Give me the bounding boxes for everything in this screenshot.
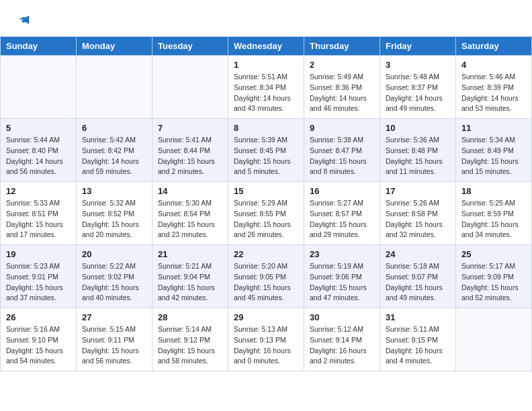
day-number: 5 [6, 123, 71, 133]
day-info: Sunrise: 5:46 AM Sunset: 8:39 PM Dayligh… [461, 72, 526, 114]
day-number: 17 [386, 186, 450, 196]
header-sunday: Sunday [1, 37, 77, 56]
calendar-cell: 23Sunrise: 5:19 AM Sunset: 9:06 PM Dayli… [304, 245, 380, 308]
calendar-cell [152, 56, 228, 119]
day-number: 20 [82, 249, 146, 259]
calendar-cell: 26Sunrise: 5:16 AM Sunset: 9:10 PM Dayli… [1, 308, 77, 371]
day-info: Sunrise: 5:42 AM Sunset: 8:42 PM Dayligh… [82, 135, 146, 177]
calendar-cell: 5Sunrise: 5:44 AM Sunset: 8:40 PM Daylig… [1, 119, 77, 182]
day-number: 9 [310, 123, 374, 133]
day-number: 13 [82, 186, 146, 196]
day-info: Sunrise: 5:11 AM Sunset: 9:15 PM Dayligh… [386, 324, 450, 367]
day-number: 14 [158, 186, 222, 196]
day-info: Sunrise: 5:19 AM Sunset: 9:06 PM Dayligh… [310, 261, 374, 304]
day-info: Sunrise: 5:34 AM Sunset: 8:49 PM Dayligh… [461, 135, 526, 177]
day-info: Sunrise: 5:26 AM Sunset: 8:58 PM Dayligh… [386, 198, 450, 240]
day-info: Sunrise: 5:36 AM Sunset: 8:48 PM Dayligh… [386, 135, 450, 177]
day-info: Sunrise: 5:13 AM Sunset: 9:13 PM Dayligh… [234, 324, 298, 367]
week-row-1: 1Sunrise: 5:51 AM Sunset: 8:34 PM Daylig… [1, 56, 532, 119]
day-number: 22 [234, 249, 298, 259]
calendar-cell [456, 308, 532, 371]
calendar-cell: 16Sunrise: 5:27 AM Sunset: 8:57 PM Dayli… [304, 182, 380, 245]
calendar-cell: 11Sunrise: 5:34 AM Sunset: 8:49 PM Dayli… [456, 119, 532, 182]
calendar-cell: 19Sunrise: 5:23 AM Sunset: 9:01 PM Dayli… [1, 245, 77, 308]
day-info: Sunrise: 5:18 AM Sunset: 9:07 PM Dayligh… [386, 261, 450, 304]
day-info: Sunrise: 5:17 AM Sunset: 9:09 PM Dayligh… [461, 261, 526, 304]
day-info: Sunrise: 5:14 AM Sunset: 9:12 PM Dayligh… [158, 324, 222, 367]
calendar-cell: 10Sunrise: 5:36 AM Sunset: 8:48 PM Dayli… [380, 119, 456, 182]
day-number: 4 [461, 60, 526, 70]
header-monday: Monday [77, 37, 152, 56]
day-number: 21 [158, 249, 222, 259]
day-number: 29 [234, 312, 298, 322]
calendar-cell: 28Sunrise: 5:14 AM Sunset: 9:12 PM Dayli… [152, 308, 228, 371]
day-number: 28 [158, 312, 222, 322]
day-info: Sunrise: 5:32 AM Sunset: 8:52 PM Dayligh… [82, 198, 146, 240]
day-info: Sunrise: 5:29 AM Sunset: 8:55 PM Dayligh… [234, 198, 298, 240]
day-number: 11 [461, 123, 526, 133]
calendar-cell: 6Sunrise: 5:42 AM Sunset: 8:42 PM Daylig… [77, 119, 152, 182]
calendar-cell: 9Sunrise: 5:38 AM Sunset: 8:47 PM Daylig… [304, 119, 380, 182]
calendar-cell: 31Sunrise: 5:11 AM Sunset: 9:15 PM Dayli… [380, 308, 456, 371]
calendar-cell [1, 56, 77, 119]
day-info: Sunrise: 5:21 AM Sunset: 9:04 PM Dayligh… [158, 261, 222, 304]
day-number: 12 [6, 186, 71, 196]
calendar-cell: 14Sunrise: 5:30 AM Sunset: 8:54 PM Dayli… [152, 182, 228, 245]
calendar-cell: 25Sunrise: 5:17 AM Sunset: 9:09 PM Dayli… [456, 245, 532, 308]
calendar-cell: 18Sunrise: 5:25 AM Sunset: 8:59 PM Dayli… [456, 182, 532, 245]
header-tuesday: Tuesday [152, 37, 228, 56]
day-number: 10 [386, 123, 450, 133]
day-info: Sunrise: 5:51 AM Sunset: 8:34 PM Dayligh… [234, 72, 298, 114]
day-number: 27 [82, 312, 146, 322]
calendar-cell: 2Sunrise: 5:49 AM Sunset: 8:36 PM Daylig… [304, 56, 380, 119]
header-wednesday: Wednesday [228, 37, 304, 56]
day-number: 23 [310, 249, 374, 259]
day-info: Sunrise: 5:23 AM Sunset: 9:01 PM Dayligh… [6, 261, 71, 304]
day-info: Sunrise: 5:12 AM Sunset: 9:14 PM Dayligh… [310, 324, 374, 367]
day-number: 30 [310, 312, 374, 322]
header-friday: Friday [380, 37, 456, 56]
calendar-cell: 17Sunrise: 5:26 AM Sunset: 8:58 PM Dayli… [380, 182, 456, 245]
day-info: Sunrise: 5:33 AM Sunset: 8:51 PM Dayligh… [6, 198, 71, 240]
day-info: Sunrise: 5:49 AM Sunset: 8:36 PM Dayligh… [310, 72, 374, 114]
calendar-cell: 22Sunrise: 5:20 AM Sunset: 9:05 PM Dayli… [228, 245, 304, 308]
calendar-cell: 29Sunrise: 5:13 AM Sunset: 9:13 PM Dayli… [228, 308, 304, 371]
day-info: Sunrise: 5:38 AM Sunset: 8:47 PM Dayligh… [310, 135, 374, 177]
calendar-cell: 8Sunrise: 5:39 AM Sunset: 8:45 PM Daylig… [228, 119, 304, 182]
day-number: 8 [234, 123, 298, 133]
day-number: 6 [82, 123, 146, 133]
calendar-cell: 13Sunrise: 5:32 AM Sunset: 8:52 PM Dayli… [77, 182, 152, 245]
calendar-cell: 21Sunrise: 5:21 AM Sunset: 9:04 PM Dayli… [152, 245, 228, 308]
day-number: 24 [386, 249, 450, 259]
day-number: 7 [158, 123, 222, 133]
day-number: 25 [461, 249, 526, 259]
day-info: Sunrise: 5:48 AM Sunset: 8:37 PM Dayligh… [386, 72, 450, 114]
day-info: Sunrise: 5:30 AM Sunset: 8:54 PM Dayligh… [158, 198, 222, 240]
day-info: Sunrise: 5:27 AM Sunset: 8:57 PM Dayligh… [310, 198, 374, 240]
day-info: Sunrise: 5:22 AM Sunset: 9:02 PM Dayligh… [82, 261, 146, 304]
calendar-cell: 12Sunrise: 5:33 AM Sunset: 8:51 PM Dayli… [1, 182, 77, 245]
day-info: Sunrise: 5:16 AM Sunset: 9:10 PM Dayligh… [6, 324, 71, 367]
week-row-3: 12Sunrise: 5:33 AM Sunset: 8:51 PM Dayli… [1, 182, 532, 245]
day-number: 19 [6, 249, 71, 259]
day-number: 31 [386, 312, 450, 322]
calendar-cell: 1Sunrise: 5:51 AM Sunset: 8:34 PM Daylig… [228, 56, 304, 119]
week-row-2: 5Sunrise: 5:44 AM Sunset: 8:40 PM Daylig… [1, 119, 532, 182]
day-info: Sunrise: 5:25 AM Sunset: 8:59 PM Dayligh… [461, 198, 526, 240]
day-info: Sunrise: 5:44 AM Sunset: 8:40 PM Dayligh… [6, 135, 71, 177]
calendar-header-row: SundayMondayTuesdayWednesdayThursdayFrid… [1, 37, 532, 56]
calendar-table: SundayMondayTuesdayWednesdayThursdayFrid… [0, 36, 532, 371]
day-number: 18 [461, 186, 526, 196]
day-number: 15 [234, 186, 298, 196]
week-row-4: 19Sunrise: 5:23 AM Sunset: 9:01 PM Dayli… [1, 245, 532, 308]
calendar-cell: 7Sunrise: 5:41 AM Sunset: 8:44 PM Daylig… [152, 119, 228, 182]
logo [16, 12, 32, 30]
day-number: 1 [234, 60, 298, 70]
day-info: Sunrise: 5:15 AM Sunset: 9:11 PM Dayligh… [82, 324, 146, 367]
calendar-cell: 27Sunrise: 5:15 AM Sunset: 9:11 PM Dayli… [77, 308, 152, 371]
day-info: Sunrise: 5:20 AM Sunset: 9:05 PM Dayligh… [234, 261, 298, 304]
calendar-cell: 15Sunrise: 5:29 AM Sunset: 8:55 PM Dayli… [228, 182, 304, 245]
calendar-cell: 30Sunrise: 5:12 AM Sunset: 9:14 PM Dayli… [304, 308, 380, 371]
day-info: Sunrise: 5:41 AM Sunset: 8:44 PM Dayligh… [158, 135, 222, 177]
day-number: 2 [310, 60, 374, 70]
